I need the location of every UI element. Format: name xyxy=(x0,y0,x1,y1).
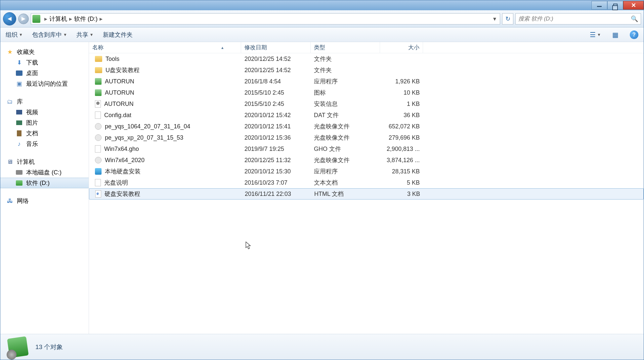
file-name-cell: 本地硬盘安装 xyxy=(92,167,241,175)
sidebar-item-desktop[interactable]: 桌面 xyxy=(0,68,89,78)
preview-pane-icon: ▦ xyxy=(612,31,619,39)
file-name-cell: Config.dat xyxy=(92,112,241,119)
file-date-cell: 2016/10/23 7:07 xyxy=(241,179,311,186)
file-date-cell: 2016/11/21 22:03 xyxy=(241,191,311,198)
preview-pane-button[interactable]: ▦ xyxy=(610,29,621,40)
column-header-size[interactable]: 大小 xyxy=(380,42,423,53)
sidebar-head-libraries[interactable]: 🗂 库 xyxy=(0,96,89,107)
column-header-name[interactable]: 名称▲ xyxy=(89,42,241,53)
file-date-cell: 2020/12/25 11:32 xyxy=(241,157,311,164)
download-icon: ⬇ xyxy=(16,59,23,66)
file-row[interactable]: Win7x64_20202020/12/25 11:32光盘映像文件3,874,… xyxy=(89,155,644,166)
column-header-date[interactable]: 修改日期 xyxy=(241,42,311,53)
sidebar-item-drive-d[interactable]: 软件 (D:) xyxy=(0,178,89,188)
file-type-cell: HTML 文档 xyxy=(311,190,380,198)
back-button[interactable]: ◄ xyxy=(3,12,16,25)
sidebar-group-computer: 🖥 计算机 本地磁盘 (C:) 软件 (D:) xyxy=(0,157,89,188)
address-dropdown-icon[interactable]: ▾ xyxy=(491,15,498,22)
sidebar-item-downloads[interactable]: ⬇下载 xyxy=(0,57,89,68)
sidebar-item-label: 下载 xyxy=(26,59,38,67)
file-date-cell: 2016/1/8 4:54 xyxy=(241,78,311,85)
address-bar[interactable]: ▸ 计算机 ▸ 软件 (D:) ▸ ▾ xyxy=(31,13,500,24)
sidebar-group-favorites: ★ 收藏夹 ⬇下载 桌面 ▣最近访问的位置 xyxy=(0,47,89,89)
file-row[interactable]: AUTORUN2015/5/10 2:45安装信息1 KB xyxy=(89,98,644,110)
recent-icon: ▣ xyxy=(16,80,23,87)
sidebar-item-label: 音乐 xyxy=(26,140,38,148)
maximize-button[interactable] xyxy=(607,1,623,10)
share-menu[interactable]: 共享▼ xyxy=(76,31,94,39)
file-name-cell: pe_yqs_1064_20_07_31_16_04 xyxy=(92,123,241,130)
close-button[interactable]: ✕ xyxy=(623,1,644,10)
help-button[interactable]: ? xyxy=(630,30,638,39)
file-size-cell: 279,696 KB xyxy=(380,134,423,141)
sidebar-item-pictures[interactable]: 图片 xyxy=(0,117,89,128)
file-date-cell: 2015/5/10 2:45 xyxy=(241,89,311,96)
file-row[interactable]: pe_yqs_xp_20_07_31_15_532020/10/12 15:36… xyxy=(89,132,644,143)
file-row[interactable]: AUTORUN2015/5/10 2:45图标10 KB xyxy=(89,87,644,98)
breadcrumb-computer[interactable]: 计算机 xyxy=(49,15,67,23)
file-type-icon xyxy=(95,134,102,141)
file-type-icon xyxy=(95,145,101,153)
sidebar-head-favorites[interactable]: ★ 收藏夹 xyxy=(0,47,89,57)
search-input[interactable] xyxy=(518,16,631,22)
file-type-cell: 应用程序 xyxy=(311,167,380,175)
file-size-cell: 36 KB xyxy=(380,112,423,119)
minimize-button[interactable] xyxy=(591,1,607,10)
computer-icon: 🖥 xyxy=(6,158,14,165)
file-date-cell: 2020/10/12 15:42 xyxy=(241,112,311,119)
forward-button[interactable]: ► xyxy=(18,14,29,24)
include-in-library-menu[interactable]: 包含到库中▼ xyxy=(32,31,67,39)
titlebar: ✕ xyxy=(0,0,644,10)
file-type-icon xyxy=(95,190,101,198)
sidebar-item-label: 视频 xyxy=(26,108,38,116)
file-row[interactable]: 本地硬盘安装2020/10/12 15:30应用程序28,315 KB xyxy=(89,166,644,177)
sidebar-item-documents[interactable]: 文档 xyxy=(0,128,89,139)
sidebar-item-music[interactable]: ♪音乐 xyxy=(0,139,89,149)
sidebar-item-label: 桌面 xyxy=(26,69,38,77)
refresh-button[interactable]: ↻ xyxy=(502,13,513,24)
organize-menu[interactable]: 组织▼ xyxy=(6,31,23,39)
search-icon[interactable]: 🔍 xyxy=(631,15,638,22)
explorer-window: ✕ ◄ ► ▸ 计算机 ▸ 软件 (D:) ▸ ▾ ↻ 🔍 组织▼ 包含到库中▼… xyxy=(0,0,644,360)
file-row[interactable]: Config.dat2020/10/12 15:42DAT 文件36 KB xyxy=(89,110,644,121)
file-name: 本地硬盘安装 xyxy=(105,167,141,175)
file-type-icon xyxy=(95,112,101,119)
file-rows-container[interactable]: Tools2020/12/25 14:52文件夹U盘安装教程2020/12/25… xyxy=(89,53,644,334)
file-type-icon xyxy=(95,123,102,130)
new-folder-button[interactable]: 新建文件夹 xyxy=(103,31,133,39)
file-size-cell: 10 KB xyxy=(380,89,423,96)
view-mode-button[interactable]: ☰▼ xyxy=(590,29,601,40)
sidebar-group-libraries: 🗂 库 视频 图片 文档 ♪音乐 xyxy=(0,96,89,149)
sidebar-item-label: 图片 xyxy=(26,119,38,127)
file-type-icon xyxy=(95,89,102,96)
breadcrumb-drive[interactable]: 软件 (D:) xyxy=(74,15,98,23)
file-row[interactable]: 硬盘安装教程2016/11/21 22:03HTML 文档3 KB xyxy=(89,188,644,200)
sidebar-label: 收藏夹 xyxy=(17,48,35,56)
file-row[interactable]: pe_yqs_1064_20_07_31_16_042020/10/12 15:… xyxy=(89,121,644,132)
file-row[interactable]: Win7x64.gho2019/9/7 19:25GHO 文件2,900,813… xyxy=(89,143,644,155)
sidebar-group-network: 🖧 网络 xyxy=(0,196,89,206)
desktop-icon xyxy=(16,69,23,77)
command-toolbar: 组织▼ 包含到库中▼ 共享▼ 新建文件夹 ☰▼ ▦ ? xyxy=(0,27,644,42)
file-name-cell: AUTORUN xyxy=(92,78,241,85)
file-row[interactable]: 光盘说明2016/10/23 7:07文本文档5 KB xyxy=(89,177,644,188)
file-row[interactable]: AUTORUN2016/1/8 4:54应用程序1,926 KB xyxy=(89,76,644,87)
file-type-cell: 安装信息 xyxy=(311,100,380,108)
file-type-icon xyxy=(95,179,101,186)
column-header-type[interactable]: 类型 xyxy=(311,42,380,53)
file-row[interactable]: U盘安装教程2020/12/25 14:52文件夹 xyxy=(89,65,644,76)
file-name: pe_yqs_1064_20_07_31_16_04 xyxy=(105,123,190,130)
sidebar-item-recent[interactable]: ▣最近访问的位置 xyxy=(0,78,89,89)
sidebar-item-videos[interactable]: 视频 xyxy=(0,107,89,117)
sidebar-item-drive-c[interactable]: 本地磁盘 (C:) xyxy=(0,167,89,178)
search-box[interactable]: 🔍 xyxy=(515,13,641,24)
list-view-icon: ☰ xyxy=(590,31,596,39)
drive-icon xyxy=(16,179,23,187)
file-row[interactable]: Tools2020/12/25 14:52文件夹 xyxy=(89,53,644,65)
file-name: 光盘说明 xyxy=(104,179,128,187)
sidebar-head-network[interactable]: 🖧 网络 xyxy=(0,196,89,206)
file-type-cell: 文本文档 xyxy=(311,179,380,187)
sidebar-head-computer[interactable]: 🖥 计算机 xyxy=(0,157,89,167)
file-name-cell: Win7x64_2020 xyxy=(92,157,241,164)
file-type-cell: DAT 文件 xyxy=(311,111,380,119)
